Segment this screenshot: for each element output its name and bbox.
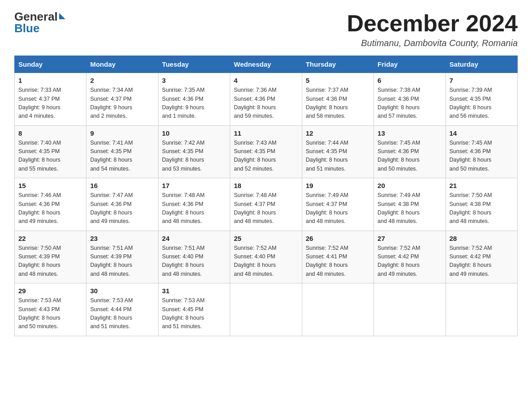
day-number: 23: [90, 235, 154, 242]
day-number: 10: [162, 129, 226, 137]
day-info: Sunrise: 7:52 AMSunset: 4:42 PMDaylight:…: [450, 244, 514, 279]
table-row: 23 Sunrise: 7:51 AMSunset: 4:39 PMDaylig…: [86, 231, 158, 283]
day-info: Sunrise: 7:52 AMSunset: 4:40 PMDaylight:…: [234, 244, 298, 279]
day-number: 6: [378, 77, 442, 84]
table-row: 29 Sunrise: 7:53 AMSunset: 4:43 PMDaylig…: [15, 283, 86, 336]
table-row: 14 Sunrise: 7:45 AMSunset: 4:36 PMDaylig…: [446, 125, 517, 178]
table-row: 5 Sunrise: 7:37 AMSunset: 4:36 PMDayligh…: [302, 73, 373, 126]
day-number: 24: [162, 235, 226, 242]
day-number: 19: [306, 182, 370, 189]
month-title: December 2024: [347, 11, 518, 36]
day-info: Sunrise: 7:45 AMSunset: 4:36 PMDaylight:…: [378, 139, 442, 174]
table-row: 1 Sunrise: 7:33 AMSunset: 4:37 PMDayligh…: [15, 73, 86, 126]
logo-triangle-icon: [59, 13, 65, 19]
day-number: 4: [234, 77, 298, 84]
day-number: 28: [450, 235, 514, 242]
table-row: 11 Sunrise: 7:43 AMSunset: 4:35 PMDaylig…: [230, 125, 302, 178]
table-row: 19 Sunrise: 7:49 AMSunset: 4:37 PMDaylig…: [302, 178, 373, 231]
table-row: 2 Sunrise: 7:34 AMSunset: 4:37 PMDayligh…: [86, 73, 158, 126]
table-row: 4 Sunrise: 7:36 AMSunset: 4:36 PMDayligh…: [230, 73, 302, 126]
day-info: Sunrise: 7:48 AMSunset: 4:37 PMDaylight:…: [234, 191, 298, 226]
day-info: Sunrise: 7:42 AMSunset: 4:35 PMDaylight:…: [162, 139, 226, 174]
table-row: 9 Sunrise: 7:41 AMSunset: 4:35 PMDayligh…: [86, 125, 158, 178]
table-row: 28 Sunrise: 7:52 AMSunset: 4:42 PMDaylig…: [446, 231, 517, 283]
day-info: Sunrise: 7:43 AMSunset: 4:35 PMDaylight:…: [234, 139, 298, 174]
day-number: 25: [234, 235, 298, 242]
calendar-week-5: 29 Sunrise: 7:53 AMSunset: 4:43 PMDaylig…: [15, 283, 518, 336]
calendar-week-1: 1 Sunrise: 7:33 AMSunset: 4:37 PMDayligh…: [15, 73, 518, 126]
calendar-week-3: 15 Sunrise: 7:46 AMSunset: 4:36 PMDaylig…: [15, 178, 518, 231]
table-row: 13 Sunrise: 7:45 AMSunset: 4:36 PMDaylig…: [374, 125, 446, 178]
day-number: 17: [162, 182, 226, 189]
table-row: 30 Sunrise: 7:53 AMSunset: 4:44 PMDaylig…: [86, 283, 158, 336]
day-number: 9: [90, 129, 154, 137]
calendar-week-2: 8 Sunrise: 7:40 AMSunset: 4:35 PMDayligh…: [15, 125, 518, 178]
day-number: 14: [450, 129, 514, 137]
table-row: 27 Sunrise: 7:52 AMSunset: 4:42 PMDaylig…: [374, 231, 446, 283]
day-number: 15: [18, 182, 82, 189]
col-saturday: Saturday: [446, 56, 517, 73]
day-info: Sunrise: 7:34 AMSunset: 4:37 PMDaylight:…: [90, 86, 154, 121]
col-friday: Friday: [374, 56, 446, 73]
day-number: 5: [306, 77, 370, 84]
day-info: Sunrise: 7:50 AMSunset: 4:38 PMDaylight:…: [450, 191, 514, 226]
table-row: 18 Sunrise: 7:48 AMSunset: 4:37 PMDaylig…: [230, 178, 302, 231]
day-info: Sunrise: 7:33 AMSunset: 4:37 PMDaylight:…: [18, 86, 82, 121]
table-row: 26 Sunrise: 7:52 AMSunset: 4:41 PMDaylig…: [302, 231, 373, 283]
table-row: 12 Sunrise: 7:44 AMSunset: 4:35 PMDaylig…: [302, 125, 373, 178]
table-row: 31 Sunrise: 7:53 AMSunset: 4:45 PMDaylig…: [158, 283, 230, 336]
calendar-week-4: 22 Sunrise: 7:50 AMSunset: 4:39 PMDaylig…: [15, 231, 518, 283]
day-number: 20: [378, 182, 442, 189]
day-number: 21: [450, 182, 514, 189]
day-info: Sunrise: 7:38 AMSunset: 4:36 PMDaylight:…: [378, 86, 442, 121]
day-info: Sunrise: 7:49 AMSunset: 4:37 PMDaylight:…: [306, 191, 370, 226]
logo: General Blue: [14, 11, 65, 34]
day-number: 29: [18, 287, 82, 295]
day-number: 27: [378, 235, 442, 242]
day-number: 1: [18, 77, 82, 84]
day-info: Sunrise: 7:53 AMSunset: 4:43 PMDaylight:…: [18, 296, 82, 331]
day-info: Sunrise: 7:52 AMSunset: 4:42 PMDaylight:…: [378, 244, 442, 279]
day-number: 8: [18, 129, 82, 137]
table-row: 25 Sunrise: 7:52 AMSunset: 4:40 PMDaylig…: [230, 231, 302, 283]
col-monday: Monday: [86, 56, 158, 73]
day-info: Sunrise: 7:41 AMSunset: 4:35 PMDaylight:…: [90, 139, 154, 174]
day-info: Sunrise: 7:53 AMSunset: 4:45 PMDaylight:…: [162, 296, 226, 331]
table-row: [446, 283, 517, 336]
day-info: Sunrise: 7:37 AMSunset: 4:36 PMDaylight:…: [306, 86, 370, 121]
title-block: December 2024 Butimanu, Dambovita County…: [347, 11, 518, 48]
day-number: 31: [162, 287, 226, 295]
col-wednesday: Wednesday: [230, 56, 302, 73]
table-row: 15 Sunrise: 7:46 AMSunset: 4:36 PMDaylig…: [15, 178, 86, 231]
table-row: 21 Sunrise: 7:50 AMSunset: 4:38 PMDaylig…: [446, 178, 517, 231]
day-info: Sunrise: 7:50 AMSunset: 4:39 PMDaylight:…: [18, 244, 82, 279]
table-row: 10 Sunrise: 7:42 AMSunset: 4:35 PMDaylig…: [158, 125, 230, 178]
day-info: Sunrise: 7:51 AMSunset: 4:40 PMDaylight:…: [162, 244, 226, 279]
col-tuesday: Tuesday: [158, 56, 230, 73]
col-thursday: Thursday: [302, 56, 373, 73]
day-info: Sunrise: 7:53 AMSunset: 4:44 PMDaylight:…: [90, 296, 154, 331]
calendar-table: Sunday Monday Tuesday Wednesday Thursday…: [14, 56, 518, 336]
page-header: General Blue December 2024 Butimanu, Dam…: [14, 11, 518, 48]
table-row: 20 Sunrise: 7:49 AMSunset: 4:38 PMDaylig…: [374, 178, 446, 231]
table-row: 17 Sunrise: 7:48 AMSunset: 4:36 PMDaylig…: [158, 178, 230, 231]
day-info: Sunrise: 7:51 AMSunset: 4:39 PMDaylight:…: [90, 244, 154, 279]
table-row: [374, 283, 446, 336]
table-row: 7 Sunrise: 7:39 AMSunset: 4:35 PMDayligh…: [446, 73, 517, 126]
day-info: Sunrise: 7:39 AMSunset: 4:35 PMDaylight:…: [450, 86, 514, 121]
day-info: Sunrise: 7:46 AMSunset: 4:36 PMDaylight:…: [18, 191, 82, 226]
day-info: Sunrise: 7:45 AMSunset: 4:36 PMDaylight:…: [450, 139, 514, 174]
day-number: 26: [306, 235, 370, 242]
day-info: Sunrise: 7:52 AMSunset: 4:41 PMDaylight:…: [306, 244, 370, 279]
day-number: 18: [234, 182, 298, 189]
day-info: Sunrise: 7:48 AMSunset: 4:36 PMDaylight:…: [162, 191, 226, 226]
table-row: 3 Sunrise: 7:35 AMSunset: 4:36 PMDayligh…: [158, 73, 230, 126]
day-info: Sunrise: 7:36 AMSunset: 4:36 PMDaylight:…: [234, 86, 298, 121]
table-row: 16 Sunrise: 7:47 AMSunset: 4:36 PMDaylig…: [86, 178, 158, 231]
day-number: 22: [18, 235, 82, 242]
day-info: Sunrise: 7:40 AMSunset: 4:35 PMDaylight:…: [18, 139, 82, 174]
table-row: [302, 283, 373, 336]
day-info: Sunrise: 7:35 AMSunset: 4:36 PMDaylight:…: [162, 86, 226, 121]
logo-blue-text: Blue: [14, 22, 39, 34]
day-number: 13: [378, 129, 442, 137]
